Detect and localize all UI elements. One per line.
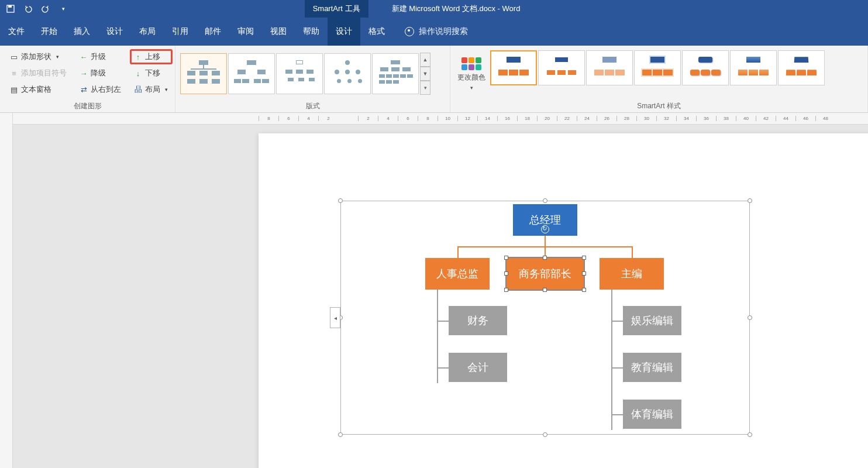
add-shape-button[interactable]: ▭添加形状▾ (6, 49, 71, 64)
group-styles-label: SmartArt 样式 (454, 99, 864, 111)
horizontal-ruler: 8642246810121416182022242628303234363840… (13, 113, 868, 125)
sel-handle[interactable] (504, 256, 508, 260)
layout-thumb-2[interactable] (228, 53, 275, 94)
styles-gallery (489, 48, 826, 99)
gallery-scroll: ▲ ▼ ▾ (420, 53, 430, 95)
frame-handle[interactable] (748, 198, 752, 203)
lightbulb-icon (405, 27, 414, 36)
sel-handle[interactable] (582, 256, 586, 260)
tab-file[interactable]: 文件 (0, 18, 33, 46)
tab-smartart-design[interactable]: 设计 (328, 18, 360, 46)
titlebar: ▾ SmartArt 工具 新建 Microsoft Word 文档.docx … (0, 0, 868, 18)
tab-help[interactable]: 帮助 (295, 18, 328, 46)
document-title: 新建 Microsoft Word 文档.docx - Word (392, 4, 521, 14)
quick-access-toolbar: ▾ (0, 4, 74, 13)
arrow-left-icon: ← (80, 53, 88, 61)
gallery-more[interactable]: ▾ (420, 81, 430, 95)
move-up-button[interactable]: ↑上移 (130, 49, 173, 64)
add-shape-icon: ▭ (10, 53, 18, 61)
text-pane-icon: ▤ (10, 85, 18, 94)
layout-thumb-5[interactable] (372, 53, 419, 94)
qat-dropdown-icon[interactable]: ▾ (58, 4, 68, 13)
org-leaf-5[interactable]: 体育编辑 (623, 400, 681, 429)
tab-insert[interactable]: 插入 (66, 18, 98, 46)
style-thumb-6[interactable] (730, 50, 777, 85)
org-child-2[interactable]: 商务部部长 (507, 258, 584, 290)
style-thumb-1[interactable] (490, 50, 537, 85)
tab-review[interactable]: 审阅 (229, 18, 262, 46)
tab-mailings[interactable]: 邮件 (197, 18, 229, 46)
style-thumb-3[interactable] (586, 50, 633, 85)
layouts-gallery: ▲ ▼ ▾ (179, 48, 432, 99)
sel-handle[interactable] (582, 288, 586, 292)
frame-handle[interactable] (338, 198, 343, 203)
group-layouts-label: 版式 (179, 99, 446, 111)
layout-thumb-1[interactable] (180, 53, 227, 94)
rotate-handle-icon[interactable] (541, 225, 549, 233)
org-root[interactable]: 总经理 (513, 204, 577, 236)
frame-handle[interactable] (543, 432, 547, 437)
layout-thumb-4[interactable] (324, 53, 371, 94)
tab-home[interactable]: 开始 (33, 18, 66, 46)
style-thumb-5[interactable] (682, 50, 729, 85)
save-icon[interactable] (6, 4, 15, 13)
bullet-icon: ≡ (10, 69, 18, 77)
smartart-frame[interactable]: ◂ 总经理 人事总监 商务部部长 (340, 201, 750, 435)
tab-layout[interactable]: 布局 (131, 18, 164, 46)
promote-button[interactable]: ←升级 (75, 49, 125, 64)
org-leaf-3[interactable]: 娱乐编辑 (623, 306, 681, 335)
ribbon: ▭添加形状▾ ≡添加项目符号 ▤文本窗格 ←升级 →降级 ⇄从右到左 ↑上移 ↓… (0, 46, 868, 113)
demote-button[interactable]: →降级 (75, 66, 125, 81)
style-thumb-2[interactable] (538, 50, 585, 85)
frame-handle[interactable] (543, 198, 547, 203)
org-leaf-1[interactable]: 财务 (449, 306, 507, 335)
text-pane-toggle[interactable]: ◂ (330, 307, 340, 328)
rtl-button[interactable]: ⇄从右到左 (75, 82, 125, 97)
tab-design[interactable]: 设计 (98, 18, 131, 46)
group-create-label: 创建图形 (4, 99, 171, 111)
change-colors-button[interactable]: 更改颜色 ▾ (454, 48, 489, 99)
org-child-3[interactable]: 主编 (600, 258, 664, 290)
text-pane-button[interactable]: ▤文本窗格 (6, 82, 71, 97)
tab-references[interactable]: 引用 (164, 18, 197, 46)
vertical-ruler (0, 113, 13, 468)
layout-button[interactable]: 品布局▾ (130, 82, 173, 97)
sel-handle[interactable] (504, 271, 508, 276)
tab-view[interactable]: 视图 (262, 18, 295, 46)
rtl-icon: ⇄ (80, 85, 88, 94)
color-swatches-icon (461, 57, 481, 70)
style-thumb-4[interactable] (634, 50, 681, 85)
document-area: 8642246810121416182022242628303234363840… (0, 113, 868, 468)
gallery-scroll-down[interactable]: ▼ (420, 67, 430, 81)
arrow-up-icon: ↑ (134, 53, 142, 61)
ribbon-tabs: 文件 开始 插入 设计 布局 引用 邮件 审阅 视图 帮助 设计 格式 操作说明… (0, 18, 868, 46)
style-thumb-7[interactable] (778, 50, 825, 85)
undo-icon[interactable] (23, 4, 33, 13)
redo-icon[interactable] (41, 4, 50, 13)
org-leaf-4[interactable]: 教育编辑 (623, 353, 681, 382)
layout-icon: 品 (134, 85, 142, 94)
gallery-scroll-up[interactable]: ▲ (420, 53, 430, 67)
arrow-down-icon: ↓ (134, 69, 142, 77)
tell-me-label: 操作说明搜索 (419, 26, 468, 37)
tell-me-search[interactable]: 操作说明搜索 (405, 26, 468, 37)
svg-rect-1 (8, 5, 12, 8)
sel-handle[interactable] (504, 288, 508, 292)
arrow-right-icon: → (80, 69, 88, 77)
sel-handle[interactable] (543, 256, 547, 260)
tab-smartart-format[interactable]: 格式 (360, 18, 393, 46)
add-bullet-button: ≡添加项目符号 (6, 66, 71, 81)
frame-handle[interactable] (338, 432, 343, 437)
frame-handle[interactable] (748, 432, 752, 437)
layout-thumb-3[interactable] (276, 53, 323, 94)
org-child-1[interactable]: 人事总监 (425, 258, 490, 290)
smartart-tools-label: SmartArt 工具 (305, 0, 368, 18)
frame-handle[interactable] (748, 315, 752, 320)
sel-handle[interactable] (543, 288, 547, 292)
org-leaf-2[interactable]: 会计 (449, 353, 507, 382)
move-down-button[interactable]: ↓下移 (130, 66, 173, 81)
sel-handle[interactable] (582, 271, 586, 276)
